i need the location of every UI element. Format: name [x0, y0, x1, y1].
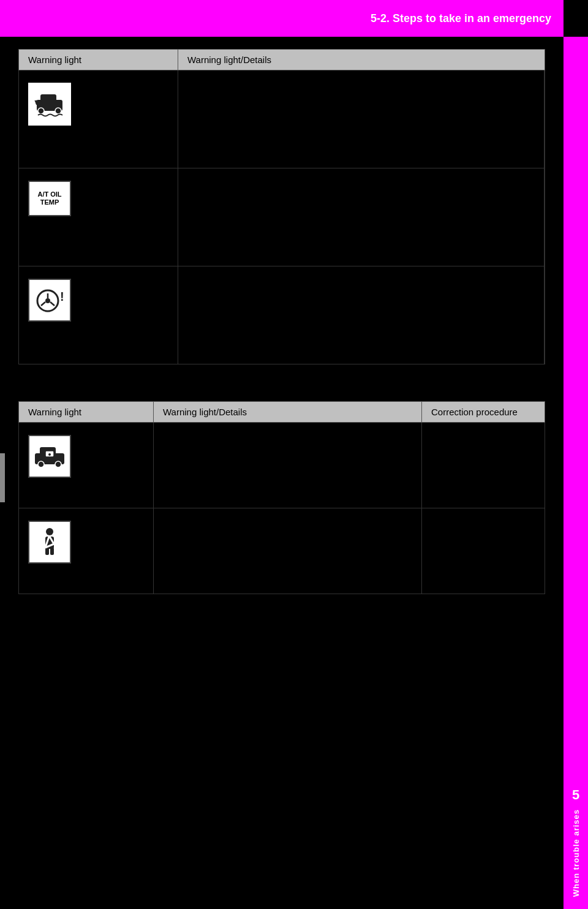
table-row [18, 70, 545, 168]
table-row [18, 508, 545, 594]
cell-details-1 [178, 70, 545, 168]
at-oil-temp-icon: A/T OIL TEMP [28, 181, 71, 216]
svg-point-15 [38, 461, 44, 467]
cell-warning-icon-3: ! [19, 266, 178, 364]
table2-header-correction: Correction procedure [422, 402, 545, 422]
chapter-label: When trouble arises [571, 809, 581, 897]
cell-details-3col-1 [154, 423, 422, 508]
page-title: 5-2. Steps to take in an emergency [371, 12, 551, 25]
svg-point-20 [46, 528, 53, 535]
cell-warning-icon-1 [19, 70, 178, 168]
table-row [18, 423, 545, 508]
chapter-tab: 5 When trouble arises [564, 37, 588, 909]
table1-header-warning: Warning light [19, 50, 178, 70]
seatbelt-icon-box [28, 521, 71, 564]
cell-details-3 [178, 266, 545, 364]
warning-table-1: Warning light Warning light/Details [18, 49, 545, 364]
table-row: ! [18, 266, 545, 364]
table2-header-warning: Warning light [19, 402, 154, 422]
svg-rect-23 [50, 548, 54, 555]
table1-header: Warning light Warning light/Details [18, 49, 545, 70]
steering-warning-icon: ! [32, 282, 67, 318]
section-marker [0, 453, 5, 502]
cell-warning-icon-2: A/T OIL TEMP [19, 168, 178, 266]
chapter-number: 5 [572, 787, 579, 803]
seatbelt-icon [32, 524, 67, 560]
cell-warning-3col-2 [19, 508, 154, 594]
svg-rect-22 [45, 548, 49, 555]
cell-correction-3col-2 [422, 508, 545, 594]
main-content: Warning light Warning light/Details [0, 37, 564, 909]
svg-point-7 [45, 298, 50, 303]
svg-point-16 [55, 461, 61, 467]
cell-correction-3col-1 [422, 423, 545, 508]
table2-header: Warning light Warning light/Details Corr… [18, 401, 545, 423]
svg-point-18 [48, 453, 51, 456]
cell-details-2 [178, 168, 545, 266]
car-lock-icon [32, 439, 67, 474]
traction-control-icon [32, 86, 67, 122]
at-oil-line2: TEMP [40, 198, 59, 206]
traction-control-icon-box [28, 83, 71, 126]
svg-rect-2 [40, 94, 56, 102]
cell-details-3col-2 [154, 508, 422, 594]
page-header: 5-2. Steps to take in an emergency [0, 0, 564, 37]
warning-table-2: Warning light Warning light/Details Corr… [18, 401, 545, 594]
table1-header-details: Warning light/Details [178, 50, 545, 70]
svg-point-3 [38, 108, 44, 114]
at-oil-line1: A/T OIL [37, 190, 61, 198]
table-row: A/T OIL TEMP [18, 168, 545, 266]
car-lock-icon-box [28, 435, 71, 478]
svg-text:!: ! [60, 290, 64, 303]
svg-point-4 [55, 108, 61, 114]
table2-header-details: Warning light/Details [154, 402, 422, 422]
steering-warning-icon-box: ! [28, 279, 71, 322]
cell-warning-3col-1 [19, 423, 154, 508]
